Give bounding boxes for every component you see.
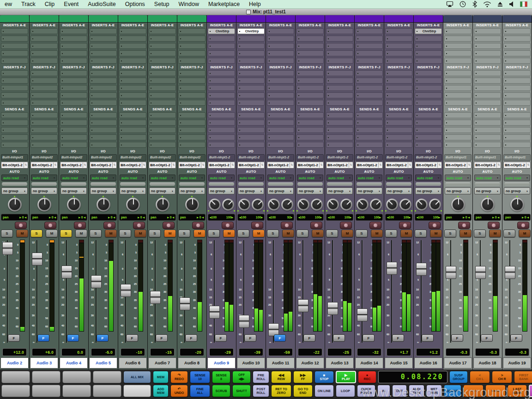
input-path-selector[interactable]: Built-nInpt1-2 [385,154,412,161]
fader-cap[interactable] [32,253,42,266]
automation-mode-selector[interactable]: auto read▼ [149,175,175,181]
record-arm-button[interactable] [310,222,322,229]
input-path-selector[interactable]: Built-nInpt1-2 [237,154,265,161]
input-path-selector[interactable]: Built-inInput2 [30,154,58,161]
insert-slot[interactable] [356,85,383,91]
insert-slot[interactable] [415,58,442,64]
send-slot[interactable] [30,127,58,133]
mute-button[interactable]: M [459,230,472,237]
track-name[interactable]: Audio 17 [444,357,472,369]
pan-value-display[interactable]: pan▸ 0 ◂ [90,214,117,221]
insert-slot[interactable] [267,28,294,34]
insert-slot[interactable] [237,36,265,42]
insert-slot[interactable] [267,100,294,106]
volume-readout[interactable]: +6.0 [32,348,56,356]
send-slot[interactable] [90,127,117,133]
insert-slot[interactable] [326,100,353,106]
insert-slot[interactable] [474,36,501,42]
pan-knob[interactable] [97,198,110,212]
volume-readout[interactable]: +12.0 [2,348,27,356]
fader-flip-button[interactable]: F [333,334,345,342]
menu-item-track[interactable]: Track [17,1,40,7]
insert-slot[interactable] [385,50,412,56]
input-path-selector[interactable]: Built-nInpt1-2 [415,154,442,161]
automation-mode-selector[interactable]: auto read▼ [297,175,323,181]
transport-button-group[interactable]: GROUP [444,385,461,397]
pan-value-display[interactable]: pan▸ 0 ◂ [503,214,531,221]
send-slot[interactable] [326,142,353,148]
insert-slot[interactable] [1,78,28,84]
pan-knob[interactable] [67,198,81,212]
pan-knob-left[interactable] [297,199,309,211]
output-path-selector[interactable]: Blt-nOtpt1-2⇅ [1,162,28,169]
menu-item-help[interactable]: Help [244,1,266,7]
insert-slot[interactable] [30,100,58,106]
insert-slot[interactable] [326,36,353,42]
track-name[interactable]: Audio 10 [237,357,265,369]
insert-slot[interactable] [385,43,412,49]
volume-readout[interactable]: -10 [121,348,145,356]
insert-slot[interactable] [356,70,383,76]
pan-knob-right[interactable] [252,199,264,211]
insert-slot[interactable] [267,78,294,84]
insert-slot[interactable] [296,70,324,76]
output-path-selector[interactable]: Blt-nOtpt1-2⇅ [119,162,146,169]
send-slot[interactable] [503,134,531,140]
group-selector[interactable]: no group▼ [504,187,530,194]
pan-value-display[interactable]: ◂100100▸ [296,214,324,221]
send-slot[interactable] [237,112,265,118]
menu-item-clip[interactable]: Clip [40,1,60,7]
insert-slot[interactable] [1,43,28,49]
send-slot[interactable] [237,127,265,133]
automation-mode-selector[interactable]: auto read▼ [1,175,28,181]
volume-readout[interactable]: +1.7 [387,348,411,356]
menu-item-ew[interactable]: ew [0,1,17,7]
fader-cap[interactable] [387,262,397,275]
window-divider-handle[interactable] [91,182,116,186]
transport-button-redo[interactable]: ↷REDO [170,371,188,383]
input-path-selector[interactable]: Built-nInpt1-2 [208,154,235,161]
insert-slot[interactable] [237,78,265,84]
insert-slot[interactable] [178,85,206,91]
mute-button[interactable]: M [223,230,235,237]
send-slot[interactable] [356,112,383,118]
menu-item-marketplace[interactable]: Marketplace [204,1,244,7]
insert-slot[interactable] [149,43,176,49]
insert-slot[interactable] [444,28,472,34]
insert-slot[interactable] [1,85,28,91]
track-name[interactable]: Audio 2 [0,357,29,369]
fader-flip-button[interactable]: F [274,334,286,342]
send-slot[interactable] [415,142,442,148]
group-selector[interactable]: no group▼ [356,187,382,194]
mute-button[interactable]: M [16,230,28,237]
send-slot[interactable] [149,142,176,148]
record-arm-button[interactable] [399,222,411,229]
mute-button[interactable]: M [253,230,265,237]
send-slot[interactable] [60,134,87,140]
send-slot[interactable] [296,134,324,140]
transport-button-blank[interactable]: <<<< [463,385,484,397]
insert-slot[interactable]: ChnlStrp [208,28,235,34]
input-path-selector[interactable]: Built-inInput2 [119,154,146,161]
bluetooth-icon[interactable] [472,0,478,8]
send-slot[interactable] [30,142,58,148]
volume-readout[interactable]: -0.3 [446,348,470,356]
track-name[interactable]: Audio 7 [148,357,176,369]
send-slot[interactable] [90,120,117,126]
insert-slot[interactable] [356,100,383,106]
pan-value-display[interactable]: ◂100100▸ [326,214,353,221]
transport-button-ch-l[interactable]: <CH L [470,371,490,383]
send-slot[interactable] [444,134,472,140]
pan-knob[interactable] [185,198,199,212]
input-path-selector[interactable]: Built-nInpt1-2 [326,154,353,161]
pan-knob[interactable] [156,198,169,212]
transport-button-go-to-end[interactable]: GO TOEND [293,385,313,397]
pan-value-display[interactable]: ◂100100▸ [237,214,265,221]
insert-slot[interactable] [60,85,87,91]
insert-slot[interactable] [296,28,324,34]
insert-slot[interactable] [474,78,501,84]
group-selector[interactable]: no group▼ [149,187,175,194]
send-slot[interactable] [60,142,87,148]
insert-slot[interactable] [296,58,324,64]
send-slot[interactable] [444,112,472,118]
